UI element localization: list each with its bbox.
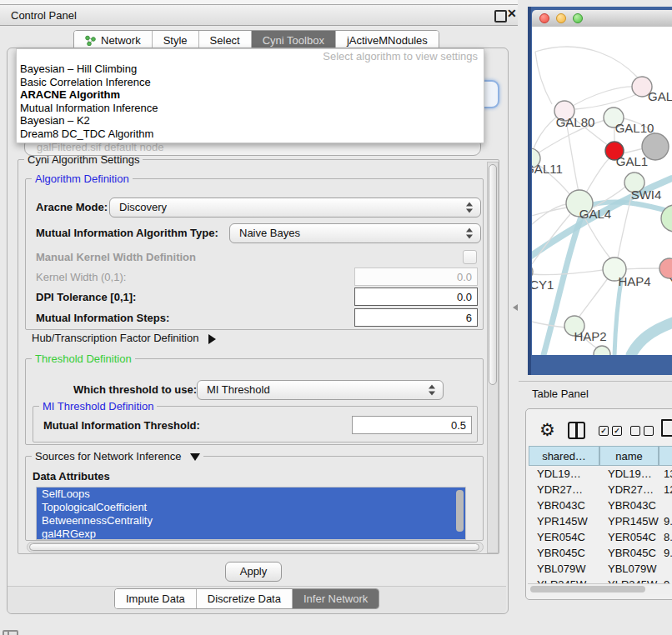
mi-threshold-field[interactable]: 0.5 bbox=[352, 416, 472, 434]
docked-panel-icon[interactable] bbox=[3, 630, 18, 635]
hub-definition-toggle[interactable]: Hub/Transcription Factor Definition bbox=[32, 332, 216, 344]
tab-infer-network[interactable]: Infer Network bbox=[293, 589, 379, 608]
tab-label: jActiveMNodules bbox=[347, 34, 428, 47]
spinner-arrows-icon bbox=[429, 385, 435, 396]
table-cell: YBR043C bbox=[599, 498, 659, 513]
checked-box-icon: ✓ bbox=[599, 426, 609, 436]
close-panel-icon[interactable]: ✕ bbox=[507, 7, 517, 20]
manual-kernel-width-label: Manual Kernel Width Definition bbox=[36, 249, 196, 266]
table-row[interactable]: YLR345WYLR345W9. bbox=[529, 577, 672, 583]
table-cell: YBL079W bbox=[529, 561, 599, 577]
network-canvas[interactable]: GALGAL80GAL10GAL1GAL11SWI4GAL4GCY1HAP4YH… bbox=[532, 27, 672, 355]
table-cell: 12 bbox=[659, 482, 672, 498]
table-hscrollbar-thumb[interactable] bbox=[530, 586, 645, 592]
algorithm-option[interactable]: Bayesian – K2 bbox=[17, 114, 484, 128]
mi-threshold-group-title: MI Threshold Definition bbox=[39, 400, 157, 412]
mi-steps-field[interactable]: 6 bbox=[354, 308, 478, 327]
algorithm-definition-group: Algorithm Definition Aracne Mode: Discov… bbox=[25, 178, 484, 330]
network-node-label: HAP2 bbox=[574, 329, 606, 343]
table-cell: YPR145W bbox=[529, 513, 599, 529]
tab-label: Discretize Data bbox=[208, 592, 281, 605]
hub-definition-label: Hub/Transcription Factor Definition bbox=[32, 332, 198, 344]
algorithm-option[interactable]: Bayesian – Hill Climbing bbox=[17, 62, 484, 76]
table-row[interactable]: YBL079WYBL079W bbox=[529, 561, 672, 577]
table-cell: 9. bbox=[659, 577, 672, 583]
table-header-row: shared…nameA… bbox=[529, 446, 672, 466]
cyni-toolbox-panel: galFiltered.sif default node Select algo… bbox=[7, 48, 509, 614]
table-row[interactable]: YBR043CYBR043C bbox=[529, 498, 672, 513]
minimize-window-icon[interactable] bbox=[556, 13, 566, 23]
select-all-columns-icon[interactable]: ✓ ✓ bbox=[599, 426, 622, 436]
which-threshold-combobox[interactable]: MI Threshold bbox=[197, 380, 444, 400]
tab-impute-data[interactable]: Impute Data bbox=[115, 589, 197, 608]
table-cell: YBR045C bbox=[529, 545, 599, 561]
apply-button[interactable]: Apply bbox=[225, 562, 282, 582]
threshold-definition-group: Threshold Definition Which threshold to … bbox=[25, 358, 484, 445]
cyni-algorithm-settings-group: Cyni Algorithm Settings Algorithm Defini… bbox=[18, 159, 499, 554]
table-panel-title: Table Panel bbox=[532, 388, 589, 400]
export-table-icon[interactable] bbox=[661, 419, 672, 437]
table-row[interactable]: YDR27…YDR27…12 bbox=[529, 482, 672, 498]
mi-type-combobox[interactable]: Naive Bayes bbox=[229, 223, 481, 243]
show-columns-icon[interactable] bbox=[568, 422, 585, 439]
table-cell: 13 bbox=[659, 466, 672, 482]
mi-type-value: Naive Bayes bbox=[239, 227, 300, 239]
unselect-all-columns-icon[interactable] bbox=[630, 426, 654, 436]
algorithm-option[interactable]: Mutual Information Inference bbox=[17, 102, 484, 115]
table-cell: YLR345W bbox=[529, 577, 599, 583]
data-attribute-item[interactable]: SelfLoops bbox=[37, 488, 465, 501]
algorithm-option[interactable]: Dream8 DC_TDC Algorithm bbox=[17, 128, 484, 141]
aracne-mode-combobox[interactable]: Discovery bbox=[109, 198, 481, 218]
column-header[interactable]: name bbox=[599, 446, 659, 466]
manual-kernel-width-checkbox[interactable] bbox=[463, 250, 477, 264]
zoom-window-icon[interactable] bbox=[573, 13, 583, 23]
mi-threshold-label: Mutual Information Threshold: bbox=[43, 418, 200, 434]
settings-hscrollbar-thumb[interactable] bbox=[29, 543, 479, 551]
sources-title-text: Sources for Network Inference bbox=[35, 450, 182, 462]
mi-steps-label: Mutual Information Steps: bbox=[36, 310, 169, 327]
panel-splitter-handle[interactable] bbox=[513, 304, 518, 311]
table-row[interactable]: YBR045CYBR045C9. bbox=[529, 545, 672, 561]
kernel-width-field[interactable]: 0.0 bbox=[354, 268, 478, 286]
tab-label: Network bbox=[101, 34, 141, 47]
network-node-label: GAL11 bbox=[532, 162, 563, 176]
threshold-definition-title: Threshold Definition bbox=[32, 352, 135, 365]
data-attribute-item[interactable]: TopologicalCoefficient bbox=[37, 501, 465, 514]
table-row[interactable]: YER054CYER054C8. bbox=[529, 529, 672, 545]
algorithm-option[interactable]: ARACNE Algorithm bbox=[17, 88, 484, 102]
tab-discretize-data[interactable]: Discretize Data bbox=[197, 589, 293, 608]
table-cell: YBR045C bbox=[599, 545, 659, 561]
network-node-label: GAL80 bbox=[556, 115, 595, 129]
algorithm-option[interactable]: Basic Correlation Inference bbox=[17, 76, 484, 89]
network-node-label: GAL bbox=[648, 89, 672, 103]
network-node-label: HAP4 bbox=[618, 274, 650, 288]
list-scrollbar-thumb[interactable] bbox=[456, 490, 464, 532]
settings-vertical-scrollbar[interactable] bbox=[487, 162, 499, 553]
mi-threshold-group: MI Threshold Definition Mutual Informati… bbox=[33, 406, 478, 442]
data-attribute-item[interactable]: gal4RGexp bbox=[37, 528, 465, 540]
table-horizontal-scrollbar[interactable] bbox=[528, 583, 670, 594]
table-cell: YER054C bbox=[529, 529, 599, 545]
settings-scrollbar-thumb[interactable] bbox=[489, 164, 497, 385]
table-cell: YPR145W bbox=[599, 513, 659, 529]
gear-icon[interactable]: ⚙ bbox=[539, 421, 555, 438]
float-panel-icon[interactable] bbox=[494, 10, 507, 22]
column-header[interactable]: shared… bbox=[529, 446, 599, 466]
network-window: GALGAL80GAL10GAL1GAL11SWI4GAL4GCY1HAP4YH… bbox=[528, 7, 672, 375]
table-row[interactable]: YPR145WYPR145W9. bbox=[529, 513, 672, 529]
table-cell bbox=[659, 561, 672, 577]
table-cell: YDL19… bbox=[529, 466, 599, 482]
settings-horizontal-scrollbar[interactable] bbox=[27, 542, 484, 552]
data-attributes-listbox[interactable]: SelfLoopsTopologicalCoefficientBetweenne… bbox=[36, 487, 466, 540]
tab-label: Infer Network bbox=[303, 592, 368, 605]
tab-label: Style bbox=[163, 34, 188, 47]
spinner-arrows-icon bbox=[466, 202, 473, 213]
dpi-tolerance-field[interactable]: 0.0 bbox=[354, 288, 478, 306]
network-node[interactable] bbox=[642, 133, 669, 160]
column-header[interactable]: A… bbox=[659, 446, 672, 466]
network-window-titlebar[interactable] bbox=[532, 10, 672, 28]
table-row[interactable]: YDL19…YDL19…13 bbox=[529, 466, 672, 482]
close-window-icon[interactable] bbox=[539, 13, 549, 23]
data-attribute-item[interactable]: BetweennessCentrality bbox=[37, 514, 465, 528]
table-cell: YLR345W bbox=[599, 577, 659, 583]
